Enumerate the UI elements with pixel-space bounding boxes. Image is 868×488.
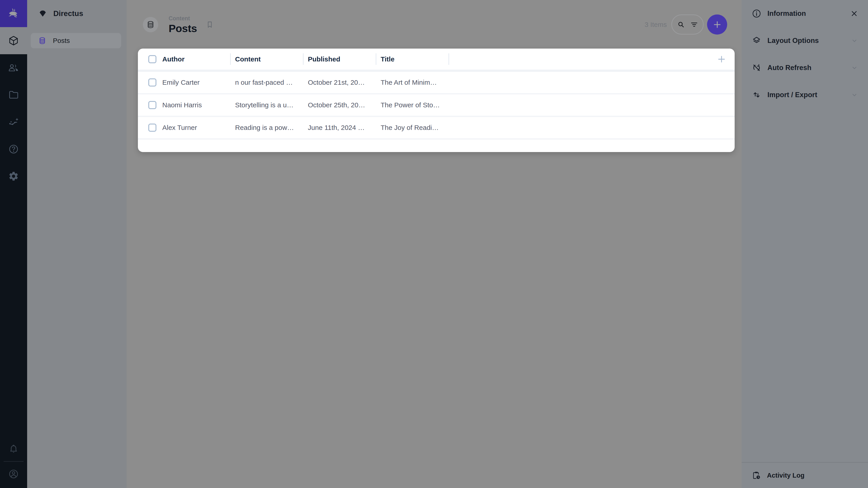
add-column-button[interactable] bbox=[717, 54, 726, 64]
page-title: Posts bbox=[168, 23, 197, 34]
column-divider[interactable] bbox=[230, 53, 231, 65]
sidebar-section-layout-options[interactable]: Layout Options bbox=[742, 27, 868, 54]
sidebar-section-label: Layout Options bbox=[767, 37, 844, 45]
user-circle-icon bbox=[8, 468, 19, 480]
folder-icon bbox=[8, 90, 19, 100]
project-fan-icon bbox=[38, 9, 47, 18]
table-row[interactable]: Emily Carter n our fast-paced … October … bbox=[138, 72, 735, 93]
row-checkbox[interactable] bbox=[148, 124, 156, 132]
cell-title: The Joy of Readi… bbox=[381, 124, 454, 131]
chevron-down-icon[interactable] bbox=[850, 36, 859, 45]
app-shell: Directus Posts Con bbox=[0, 0, 868, 488]
plus-icon bbox=[717, 54, 726, 64]
sidebar-section-label: Import / Export bbox=[767, 91, 844, 99]
filter-icon bbox=[690, 20, 699, 29]
module-users[interactable] bbox=[0, 54, 27, 81]
search-filter-pill bbox=[671, 14, 704, 35]
directus-logo[interactable] bbox=[0, 0, 27, 27]
row-checkbox[interactable] bbox=[148, 78, 156, 87]
swap-vertical-icon bbox=[752, 90, 762, 100]
bookmark-button[interactable] bbox=[205, 20, 214, 29]
help-circle-icon bbox=[8, 144, 19, 155]
module-bar-spacer bbox=[0, 190, 27, 438]
sidebar-section-information[interactable]: Information bbox=[742, 0, 868, 27]
notifications-button[interactable] bbox=[0, 438, 27, 460]
module-settings[interactable] bbox=[0, 163, 27, 190]
add-item-button[interactable] bbox=[707, 14, 727, 35]
search-icon bbox=[677, 20, 686, 29]
activity-log-button[interactable]: Activity Log bbox=[742, 462, 868, 488]
sidebar-item-posts[interactable]: Posts bbox=[31, 33, 121, 48]
page-header: Content Posts 3 Items bbox=[143, 14, 727, 35]
column-divider[interactable] bbox=[448, 53, 449, 65]
row-checkbox[interactable] bbox=[148, 101, 156, 109]
column-header-title[interactable]: Title bbox=[381, 55, 454, 63]
cell-published: October 25th, 20… bbox=[308, 101, 381, 109]
layers-icon bbox=[752, 36, 762, 46]
chevron-down-icon[interactable] bbox=[850, 90, 859, 99]
chart-sparkle-icon bbox=[8, 117, 19, 127]
cell-published: June 11th, 2024 … bbox=[308, 124, 381, 131]
sidebar-section-label: Auto Refresh bbox=[767, 64, 844, 72]
sidebar-spacer bbox=[742, 108, 868, 462]
database-icon bbox=[146, 20, 155, 29]
header-checkbox-cell bbox=[138, 55, 162, 63]
bookmark-icon bbox=[205, 20, 214, 29]
close-sidebar-button[interactable] bbox=[849, 9, 859, 18]
collection-icon-circle bbox=[143, 17, 158, 32]
table-header-row: Author Content Published Title bbox=[138, 48, 735, 70]
cell-published: October 21st, 20… bbox=[308, 78, 381, 86]
right-sidebar: Information Layout Options bbox=[742, 0, 868, 488]
cell-content: Storytelling is a u… bbox=[235, 101, 308, 109]
bell-icon bbox=[8, 444, 19, 454]
column-header-content[interactable]: Content bbox=[235, 55, 308, 63]
sidebar-section-auto-refresh[interactable]: Auto Refresh bbox=[742, 54, 868, 81]
project-name: Directus bbox=[53, 9, 83, 18]
search-button[interactable] bbox=[677, 20, 686, 29]
cell-title: The Art of Minim… bbox=[381, 78, 454, 86]
module-bar-divider bbox=[4, 461, 24, 462]
account-button[interactable] bbox=[0, 463, 27, 485]
title-block: Content Posts bbox=[168, 15, 197, 34]
cell-author: Emily Carter bbox=[162, 78, 235, 86]
people-icon bbox=[8, 62, 19, 73]
directus-rabbit-icon bbox=[7, 7, 20, 20]
gear-icon bbox=[8, 171, 19, 182]
database-icon bbox=[38, 36, 46, 45]
cell-title: The Power of Sto… bbox=[381, 101, 454, 109]
column-header-author[interactable]: Author bbox=[162, 55, 235, 63]
chevron-down-icon[interactable] bbox=[850, 63, 859, 72]
main-content: Content Posts 3 Items bbox=[127, 0, 742, 488]
breadcrumb[interactable]: Content bbox=[168, 15, 197, 21]
column-header-published[interactable]: Published bbox=[308, 55, 381, 63]
activity-log-label: Activity Log bbox=[767, 472, 804, 479]
info-circle-icon bbox=[752, 8, 762, 19]
sidebar-section-import-export[interactable]: Import / Export bbox=[742, 81, 868, 108]
module-files[interactable] bbox=[0, 81, 27, 108]
module-bar bbox=[0, 0, 27, 488]
box-3d-icon bbox=[8, 35, 19, 46]
nav-item-label: Posts bbox=[53, 37, 70, 44]
sidebar-section-label: Information bbox=[767, 9, 844, 18]
cell-content: n our fast-paced … bbox=[235, 78, 308, 86]
cell-author: Alex Turner bbox=[162, 124, 235, 131]
sync-disabled-icon bbox=[752, 63, 762, 73]
module-insights[interactable] bbox=[0, 108, 27, 135]
table-row[interactable]: Naomi Harris Storytelling is a u… Octobe… bbox=[138, 94, 735, 116]
header-separator bbox=[138, 70, 735, 72]
column-divider[interactable] bbox=[303, 53, 304, 65]
module-help[interactable] bbox=[0, 135, 27, 163]
module-content[interactable] bbox=[0, 27, 27, 54]
row-divider bbox=[138, 138, 735, 140]
items-count: 3 Items bbox=[645, 21, 667, 29]
select-all-checkbox[interactable] bbox=[148, 55, 156, 63]
table-row[interactable]: Alex Turner Reading is a pow… June 11th,… bbox=[138, 117, 735, 138]
close-icon bbox=[849, 9, 859, 18]
clipboard-clock-icon bbox=[752, 470, 761, 480]
items-table: Author Content Published Title Emily Car… bbox=[138, 48, 735, 152]
project-header[interactable]: Directus bbox=[27, 0, 127, 27]
filter-button[interactable] bbox=[690, 20, 699, 29]
plus-icon bbox=[712, 20, 722, 30]
nav-sidebar: Directus Posts bbox=[27, 0, 127, 488]
column-divider[interactable] bbox=[376, 53, 376, 65]
